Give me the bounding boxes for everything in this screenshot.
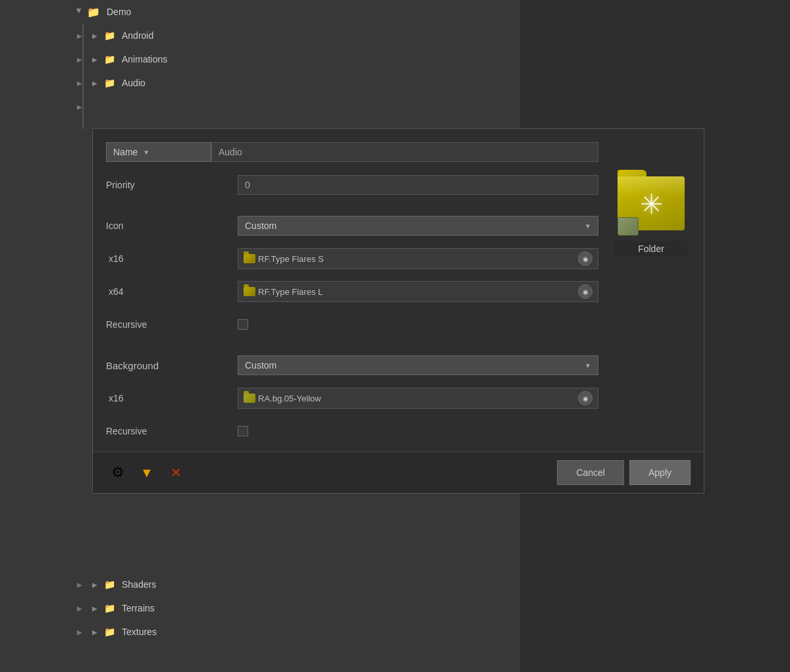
filter-button[interactable]: ▼ [135, 461, 159, 484]
priority-label: Priority [106, 180, 238, 190]
tree-item-shaders[interactable]: ▶ 📁 Shaders [66, 573, 514, 596]
dialog-toolbar: ⚙ ▼ ✕ Cancel Apply [93, 452, 704, 493]
x64-control: RF.Type Flares L ◉ [238, 281, 598, 302]
background-dropdown[interactable]: Custom ▼ [238, 355, 598, 375]
recursive-bg-label: Recursive [106, 426, 238, 436]
tree-item-audio[interactable]: ▶ 📁 Audio [66, 71, 514, 95]
cancel-button[interactable]: Cancel [557, 460, 624, 485]
name-dropdown-label: Name [113, 147, 138, 157]
tree-label-android: Android [122, 30, 153, 41]
x16-control: RF.Type Flares S ◉ [238, 248, 598, 269]
x16-row: x16 RF.Type Flares S ◉ [106, 246, 598, 271]
x16-asset-name: RF.Type Flares S [258, 254, 578, 264]
side-arrow-1[interactable]: ▶ [74, 24, 86, 47]
x16-folder-icon [244, 254, 255, 263]
side-arrow-3[interactable]: ▶ [74, 71, 86, 95]
icon-row: Icon Custom ▼ [106, 213, 598, 238]
tree-label-animations: Animations [122, 54, 167, 65]
x16-label: x16 [106, 253, 238, 264]
tree-arrow-demo: ▶ [76, 8, 83, 16]
recursive-bg-row: Recursive [106, 419, 598, 444]
icon-dropdown-value: Custom [245, 220, 276, 231]
tree-arrow-textures: ▶ [92, 629, 100, 636]
folder-icon-textures: 📁 [104, 627, 115, 637]
x16-asset-picker[interactable]: RF.Type Flares S ◉ [238, 248, 598, 269]
tree-label-audio: Audio [122, 78, 145, 88]
delete-icon: ✕ [171, 465, 182, 480]
x64-label: x64 [106, 286, 238, 297]
x16-select-button[interactable]: ◉ [578, 251, 592, 266]
side-arrow-7[interactable]: ▶ [74, 620, 86, 644]
tree-label-terrains: Terrains [122, 603, 155, 613]
bg-x16-row: x16 RA.bg.05-Yellow ◉ [106, 386, 598, 411]
recursive-bg-checkbox-wrapper [238, 426, 248, 436]
side-arrow-6[interactable]: ▶ [74, 596, 86, 620]
tree-arrow-terrains: ▶ [92, 605, 100, 612]
icon-dropdown-arrow: ▼ [585, 222, 591, 230]
folder-star-icon: ✳ [640, 191, 663, 219]
tree-arrow-shaders: ▶ [92, 581, 100, 588]
side-arrow-5[interactable]: ▶ [74, 573, 86, 596]
apply-button[interactable]: Apply [629, 460, 691, 485]
icon-dropdown-wrapper: Custom ▼ [238, 216, 598, 236]
tree-label-textures: Textures [122, 627, 157, 637]
tree-arrow-audio: ▶ [92, 80, 100, 87]
name-dropdown[interactable]: Name ▼ [106, 142, 211, 162]
priority-row: Priority [106, 172, 598, 197]
folder-image: ✳ [615, 168, 687, 234]
filter-icon: ▼ [140, 465, 153, 480]
x64-row: x64 RF.Type Flares L ◉ [106, 279, 598, 304]
bg-x16-asset-picker[interactable]: RA.bg.05-Yellow ◉ [238, 388, 598, 409]
tree-arrow-android: ▶ [92, 32, 100, 39]
icon-label: Icon [106, 220, 238, 231]
background-row: Background Custom ▼ [106, 353, 598, 378]
folder-icon-terrains: 📁 [104, 603, 115, 613]
tree-item-terrains[interactable]: ▶ 📁 Terrains [66, 596, 514, 620]
bg-x16-asset-name: RA.bg.05-Yellow [258, 394, 578, 403]
folder-icon-animations: 📁 [104, 54, 115, 65]
tree-item-demo[interactable]: ▶ 📁 Demo [66, 0, 514, 24]
bg-x16-control: RA.bg.05-Yellow ◉ [238, 388, 598, 409]
tree-item-android[interactable]: ▶ 📁 Android [66, 24, 514, 47]
name-input[interactable] [211, 142, 598, 162]
gear-icon: ⚙ [111, 464, 124, 481]
side-arrow-4[interactable]: ▶ [74, 95, 86, 118]
priority-input[interactable] [238, 175, 598, 195]
x64-folder-icon [244, 287, 255, 296]
recursive-icon-checkbox-wrapper [238, 319, 248, 330]
recursive-icon-checkbox[interactable] [238, 319, 248, 330]
recursive-icon-row: Recursive [106, 312, 598, 337]
background-dropdown-value: Custom [245, 360, 276, 371]
bg-x16-select-button[interactable]: ◉ [578, 391, 592, 405]
toolbar-icons: ⚙ ▼ ✕ [106, 461, 557, 484]
x64-select-button[interactable]: ◉ [578, 284, 592, 299]
bg-x16-label: x16 [106, 393, 238, 403]
side-arrow-2[interactable]: ▶ [74, 47, 86, 71]
folder-preview: ✳ Folder [612, 168, 691, 257]
delete-button[interactable]: ✕ [164, 461, 188, 484]
folder-icon-demo: 📁 [87, 6, 100, 18]
background-label: Background [106, 360, 238, 371]
background-dropdown-wrapper: Custom ▼ [238, 355, 598, 375]
recursive-bg-checkbox[interactable] [238, 426, 248, 436]
tree-arrow-animations: ▶ [92, 56, 100, 63]
priority-control [238, 175, 598, 195]
background-dropdown-arrow: ▼ [585, 362, 591, 369]
name-row: Name ▼ [106, 140, 598, 165]
tree-item-textures[interactable]: ▶ 📁 Textures [66, 620, 514, 644]
gear-button[interactable]: ⚙ [106, 461, 130, 484]
bg-x16-folder-icon [244, 394, 255, 403]
name-dropdown-arrow: ▼ [143, 149, 149, 156]
tree-item-animations[interactable]: ▶ 📁 Animations [66, 47, 514, 71]
folder-label: Folder [615, 241, 687, 257]
icon-dropdown[interactable]: Custom ▼ [238, 216, 598, 236]
dialog-panel: Name ▼ Priority Icon Custom ▼ [92, 128, 704, 494]
recursive-icon-label: Recursive [106, 319, 238, 330]
tree-label-demo: Demo [107, 7, 131, 17]
folder-small-badge [618, 217, 639, 236]
dialog-actions: Cancel Apply [557, 460, 691, 485]
x64-asset-picker[interactable]: RF.Type Flares L ◉ [238, 281, 598, 302]
tree-label-shaders: Shaders [122, 579, 156, 590]
folder-icon-shaders: 📁 [104, 579, 115, 590]
folder-icon-android: 📁 [104, 30, 115, 41]
